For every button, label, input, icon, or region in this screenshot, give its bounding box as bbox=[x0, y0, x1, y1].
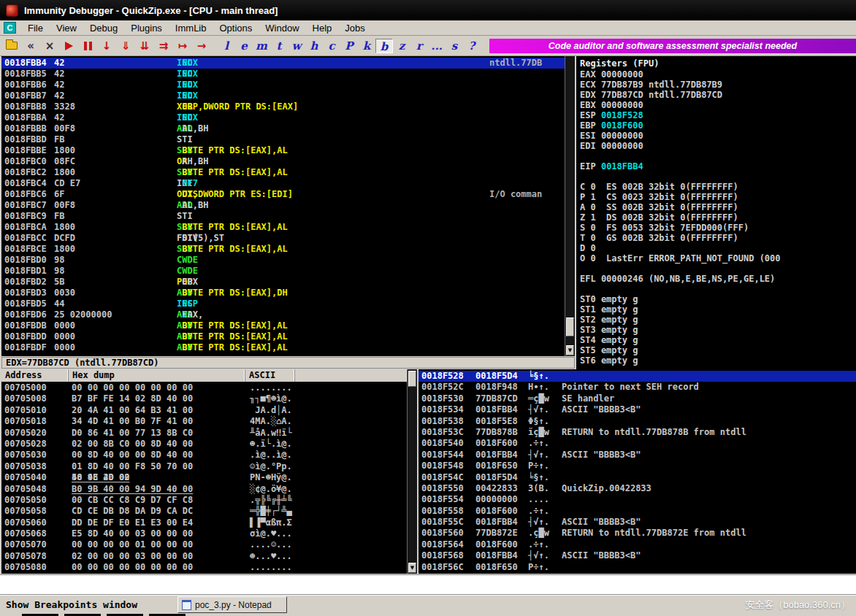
register-line[interactable] bbox=[576, 263, 856, 274]
disasm-row[interactable]: 0018FBC700F8ADD AL,BH bbox=[1, 200, 565, 211]
stack-row[interactable]: 0018F5440018FBB4┤√↑.ASCII "BBBB3<B" bbox=[419, 450, 856, 461]
register-line[interactable]: ST5 empty g bbox=[576, 345, 856, 355]
until-return-button[interactable]: ↦ bbox=[174, 38, 191, 54]
register-line[interactable]: EAX 00000000 bbox=[576, 69, 856, 80]
hexdump-row[interactable]: 0070503801 8D 40 00 F8 50 70 00☺ì@.°Pp. bbox=[1, 461, 407, 472]
disasm-row[interactable]: 0018FBCCDCFDFDIV ST(5),ST bbox=[1, 233, 565, 244]
toolbar-letter-k[interactable]: k bbox=[358, 39, 375, 53]
stack-row[interactable]: 0018F54C0018F5D4╘§↑. bbox=[419, 472, 856, 483]
register-line[interactable]: ESP 0018F528 bbox=[576, 110, 856, 120]
menu-item-window[interactable]: Window bbox=[259, 20, 305, 36]
disasm-row[interactable]: 0018FBD25BPOP EBX bbox=[1, 277, 565, 288]
register-line[interactable]: EIP 0018FBB4 bbox=[576, 161, 856, 172]
toolbar-letter-...[interactable]: ... bbox=[428, 39, 446, 53]
menu-item-debug[interactable]: Debug bbox=[83, 20, 124, 36]
hexdump-row[interactable]: 00705060DD DE DF E0 E1 E3 00 E4▌▐▀αßπ.Σ bbox=[1, 517, 407, 528]
register-line[interactable]: ST3 empty g bbox=[576, 325, 856, 335]
step-into-button[interactable]: ↓ bbox=[98, 38, 115, 54]
disasm-row[interactable]: 0018FBD098CWDE bbox=[1, 255, 565, 266]
stack-row[interactable]: 0018F5380018F5E8Φ§↑. bbox=[419, 416, 856, 427]
pause-button[interactable] bbox=[79, 38, 96, 54]
disasm-row[interactable]: 0018FBDB0000ADD BYTE PTR DS:[EAX],AL bbox=[1, 320, 565, 331]
disasm-row[interactable]: 0018FBB642INC EDX bbox=[1, 80, 565, 91]
animate-into-button[interactable]: ⇊ bbox=[136, 38, 153, 54]
close-button[interactable]: × bbox=[41, 38, 58, 54]
disasm-row[interactable]: 0018FBDD0000ADD BYTE PTR DS:[EAX],AL bbox=[1, 331, 565, 342]
stack-row[interactable]: 0018F550004228333(B.QuickZip.00422833 bbox=[419, 483, 856, 494]
hexdump-scrollbar[interactable]: ▼ bbox=[407, 369, 417, 574]
go-to-user-button[interactable]: → bbox=[193, 38, 210, 54]
stack-row[interactable]: 0018F55C0018FBB4┤√↑.ASCII "BBBB3<B" bbox=[419, 517, 856, 528]
register-line[interactable]: ST1 empty g bbox=[576, 304, 856, 315]
register-line[interactable]: Z 1 DS 002B 32bit 0(FFFFFFFF) bbox=[576, 212, 856, 223]
toolbar-letter-e[interactable]: e bbox=[235, 39, 253, 53]
hexdump-row[interactable]: 00705068E5 8D 40 00 03 00 00 00σì@.♥... bbox=[1, 528, 407, 539]
toolbar-letter-c[interactable]: c bbox=[323, 39, 340, 53]
stack-row[interactable]: 0018F55400000000.... bbox=[419, 494, 856, 505]
register-line[interactable]: EDX 77DB87CD ntdll.77DB87CD bbox=[576, 90, 856, 100]
toolbar-letter-w[interactable]: w bbox=[288, 39, 305, 53]
hexdump-scroll-thumb[interactable] bbox=[408, 371, 416, 387]
hexdump-row[interactable]: 00705020D0 86 41 00 77 13 8B C0╨åA.w‼ï└ bbox=[1, 428, 407, 439]
stack-row[interactable]: 0018F52C0018F948H∙↑.Pointer to next SEH … bbox=[419, 382, 856, 393]
stack-row[interactable]: 0018F5680018FBB4┤√↑.ASCII "BBBB3<B" bbox=[419, 550, 856, 561]
disasm-row[interactable]: 0018FBCE1800SBB BYTE PTR DS:[EAX],AL bbox=[1, 244, 565, 255]
hexdump-row[interactable]: 0070508000 00 00 00 00 00 00 00........ bbox=[1, 562, 407, 573]
stack-row[interactable]: 0018F56077DB872E.ç█wRETURN to ntdll.77DB… bbox=[419, 528, 856, 539]
toolbar-letter-b[interactable]: b bbox=[375, 39, 393, 53]
toolbar-letter-?[interactable]: ? bbox=[463, 39, 481, 53]
open-file-button[interactable] bbox=[3, 38, 20, 54]
toolbar-letter-z[interactable]: z bbox=[393, 39, 410, 53]
disasm-row[interactable]: 0018FBB442INC EDXntdll.77DB bbox=[1, 58, 565, 69]
hexdump-row[interactable]: 00705048B0 9B 40 00 94 9D 40 00░¢@.ö¥@. bbox=[1, 484, 407, 495]
menu-item-file[interactable]: File bbox=[21, 20, 50, 36]
animate-over-button[interactable]: ⇉ bbox=[155, 38, 172, 54]
menu-item-plugins[interactable]: Plugins bbox=[124, 20, 169, 36]
register-line[interactable]: ESI 00000000 bbox=[576, 131, 856, 141]
disassembly-scroll-thumb[interactable] bbox=[566, 317, 574, 336]
job-banner[interactable]: Code auditor and software assessment spe… bbox=[489, 39, 856, 53]
toolbar-letter-P[interactable]: P bbox=[340, 39, 358, 53]
hexdump-row[interactable]: 00705058CD CE DB D8 DA D9 CA DC═╬█╪┌┘╩▄ bbox=[1, 506, 407, 517]
hexdump-row[interactable]: 0070501834 4D 41 00 B0 7F 41 004MA.░⌂A. bbox=[1, 416, 407, 427]
register-line[interactable]: O 0 LastErr ERROR_PATH_NOT_FOUND (000 bbox=[576, 253, 856, 263]
command-bar[interactable] bbox=[0, 574, 856, 595]
title-bar[interactable]: Immunity Debugger - QuickZip.exe - [CPU … bbox=[0, 0, 856, 20]
hexdump-header-address[interactable]: Address bbox=[1, 369, 69, 382]
hexdump-row[interactable]: 00705008B7 BF FE 14 02 8D 40 00╖┐■¶☻ì@. bbox=[1, 393, 407, 404]
hexdump-header-hex[interactable]: Hex dump bbox=[69, 369, 245, 382]
disasm-row[interactable]: 0018FBBDFBSTI bbox=[1, 134, 565, 145]
hexdump-row[interactable]: 0070503000 8D 40 00 00 8D 40 00.ì@..ì@. bbox=[1, 450, 407, 461]
hexdump-row[interactable]: 0070504050 4E 2D 02 48 98 40 00PN-☻Hÿ@. bbox=[1, 472, 407, 483]
disassembly-scrollbar[interactable]: ▼ bbox=[565, 56, 575, 356]
register-line[interactable]: P 1 CS 0023 32bit 0(FFFFFFFF) bbox=[576, 192, 856, 202]
disasm-row[interactable]: 0018FBBE1800SBB BYTE PTR DS:[EAX],AL bbox=[1, 145, 565, 156]
stack-row[interactable]: 0018F56C0018F650P÷↑. bbox=[419, 562, 856, 573]
disassembly-scroll-down-button[interactable]: ▼ bbox=[566, 345, 574, 355]
disasm-row[interactable]: 0018FBC9FBSTI bbox=[1, 211, 565, 222]
disasm-row[interactable]: 0018FBD30030ADD BYTE PTR DS:[EAX],DH bbox=[1, 288, 565, 299]
register-line[interactable] bbox=[576, 284, 856, 294]
run-button[interactable] bbox=[60, 38, 77, 54]
hexdump-row[interactable]: 0070505000 CB CC C8 C9 D7 CF C8.╦╠╚╔╫╧╚ bbox=[1, 495, 407, 506]
register-line[interactable]: EBP 0018F600 bbox=[576, 120, 856, 131]
register-line[interactable]: EDI 00000000 bbox=[576, 141, 856, 151]
menu-item-jobs[interactable]: Jobs bbox=[338, 20, 371, 36]
disasm-row[interactable]: 0018FBC66FOUTS DX,DWORD PTR ES:[EDI]I/O … bbox=[1, 189, 565, 200]
register-line[interactable]: D 0 bbox=[576, 243, 856, 253]
disasm-row[interactable]: 0018FBD625 02000000AND EAX,2 bbox=[1, 309, 565, 320]
register-line[interactable]: C 0 ES 002B 32bit 0(FFFFFFFF) bbox=[576, 182, 856, 192]
disasm-row[interactable]: 0018FBC4CD E7INT 0E7 bbox=[1, 178, 565, 189]
toolbar-letter-s[interactable]: s bbox=[446, 39, 463, 53]
menu-item-help[interactable]: Help bbox=[306, 20, 339, 36]
step-over-button[interactable]: ⇓ bbox=[117, 38, 134, 54]
disasm-row[interactable]: 0018FBB83328XOR EBP,DWORD PTR DS:[EAX] bbox=[1, 101, 565, 112]
toolbar-letter-m[interactable]: m bbox=[253, 39, 270, 53]
hexdump-header-ascii[interactable]: ASCII bbox=[245, 369, 295, 382]
register-line[interactable]: T 0 GS 002B 32bit 0(FFFFFFFF) bbox=[576, 233, 856, 243]
disasm-row[interactable]: 0018FBBA42INC EDX bbox=[1, 112, 565, 123]
stack-row[interactable]: 0018F5580018F600.÷↑. bbox=[419, 506, 856, 517]
stack-row[interactable]: 0018F5400018F600.÷↑. bbox=[419, 438, 856, 449]
register-line[interactable] bbox=[576, 172, 856, 182]
toolbar-letter-h[interactable]: h bbox=[305, 39, 323, 53]
